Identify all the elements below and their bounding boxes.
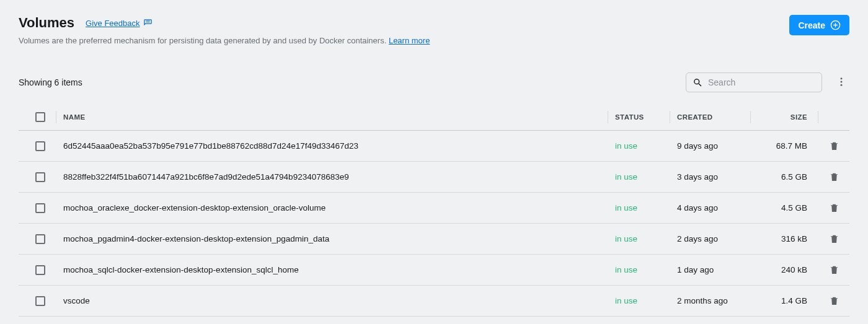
volumes-table: NAME STATUS CREATED SIZE 6d52445aaa0ea52…	[19, 103, 849, 317]
row-checkbox-cell	[19, 265, 56, 275]
trash-icon	[829, 265, 839, 275]
more-options-button[interactable]	[833, 74, 849, 92]
volume-size: 1.4 GB	[750, 296, 818, 305]
row-checkbox-cell	[19, 296, 56, 306]
item-count: Showing 6 items	[19, 77, 82, 87]
table-row: vscodein use2 months ago1.4 GB	[19, 286, 849, 317]
table-row: 8828ffeb322f4f51ba6071447a921bc6f8e7ad9d…	[19, 162, 849, 193]
toolbar: Showing 6 items	[19, 72, 849, 92]
svg-point-5	[841, 84, 843, 85]
page-title: Volumes	[19, 15, 74, 31]
delete-button[interactable]	[818, 265, 849, 275]
volume-name[interactable]: 8828ffeb322f4f51ba6071447a921bc6f8e7ad9d…	[56, 172, 608, 182]
description-text: Volumes are the preferred mechanism for …	[19, 36, 386, 45]
learn-more-link[interactable]: Learn more	[389, 36, 430, 45]
search-icon	[693, 77, 703, 88]
plus-circle-icon	[830, 20, 841, 30]
select-all-checkbox[interactable]	[35, 112, 45, 122]
volume-name[interactable]: vscode	[56, 296, 608, 305]
row-checkbox[interactable]	[35, 172, 45, 182]
volume-name[interactable]: 6d52445aaa0ea52ba537b95e791e77bd1be88762…	[56, 141, 608, 151]
column-size[interactable]: SIZE	[750, 113, 818, 121]
row-checkbox[interactable]	[35, 234, 45, 244]
volume-status: in use	[608, 172, 670, 182]
column-status[interactable]: STATUS	[608, 113, 670, 121]
page-header: Volumes Give Feedback Volumes are the pr…	[19, 15, 849, 45]
trash-icon	[829, 203, 839, 213]
trash-icon	[829, 172, 839, 182]
volume-status: in use	[608, 234, 670, 243]
row-checkbox[interactable]	[35, 141, 45, 151]
volume-status: in use	[608, 203, 670, 212]
delete-button[interactable]	[818, 203, 849, 213]
volume-created: 2 months ago	[670, 296, 750, 305]
delete-button[interactable]	[818, 141, 849, 151]
volume-status: in use	[608, 265, 670, 274]
row-checkbox-cell	[19, 172, 56, 182]
volume-name[interactable]: mochoa_oraclexe_docker-extension-desktop…	[56, 203, 608, 212]
right-tools	[686, 72, 849, 92]
svg-point-4	[841, 81, 843, 82]
table-body: 6d52445aaa0ea52ba537b95e791e77bd1be88762…	[19, 131, 849, 317]
volume-created: 4 days ago	[670, 203, 750, 212]
table-row: 6d52445aaa0ea52ba537b95e791e77bd1be88762…	[19, 131, 849, 162]
title-block: Volumes Give Feedback Volumes are the pr…	[19, 15, 430, 45]
delete-button[interactable]	[818, 172, 849, 182]
title-line: Volumes Give Feedback	[19, 15, 430, 31]
volume-size: 68.7 MB	[750, 141, 818, 151]
row-checkbox[interactable]	[35, 203, 45, 213]
delete-button[interactable]	[818, 234, 849, 244]
page-description: Volumes are the preferred mechanism for …	[19, 36, 430, 45]
trash-icon	[829, 234, 839, 244]
trash-icon	[829, 296, 839, 306]
volume-created: 1 day ago	[670, 265, 750, 274]
row-checkbox-cell	[19, 234, 56, 244]
feedback-label: Give Feedback	[86, 19, 140, 28]
volume-size: 316 kB	[750, 234, 818, 243]
table-row: mochoa_oraclexe_docker-extension-desktop…	[19, 193, 849, 224]
delete-button[interactable]	[818, 296, 849, 306]
kebab-icon	[836, 76, 847, 87]
give-feedback-link[interactable]: Give Feedback	[86, 19, 152, 28]
row-checkbox[interactable]	[35, 265, 45, 275]
create-label: Create	[798, 20, 825, 30]
table-row: mochoa_sqlcl-docker-extension-desktop-ex…	[19, 255, 849, 286]
volume-status: in use	[608, 296, 670, 305]
row-checkbox-cell	[19, 141, 56, 151]
volume-size: 4.5 GB	[750, 203, 818, 212]
volume-size: 6.5 GB	[750, 172, 818, 182]
volume-created: 9 days ago	[670, 141, 750, 151]
volume-created: 3 days ago	[670, 172, 750, 182]
column-name[interactable]: NAME	[56, 113, 608, 121]
table-header: NAME STATUS CREATED SIZE	[19, 103, 849, 131]
search-input[interactable]	[708, 77, 815, 87]
trash-icon	[829, 141, 839, 151]
table-row: mochoa_pgadmin4-docker-extension-desktop…	[19, 224, 849, 255]
select-all-cell	[19, 112, 56, 122]
column-created[interactable]: CREATED	[670, 113, 750, 121]
row-checkbox[interactable]	[35, 296, 45, 306]
row-checkbox-cell	[19, 203, 56, 213]
create-button[interactable]: Create	[789, 15, 849, 35]
volume-created: 2 days ago	[670, 234, 750, 243]
volume-name[interactable]: mochoa_sqlcl-docker-extension-desktop-ex…	[56, 265, 608, 274]
feedback-icon	[143, 19, 153, 28]
search-field[interactable]	[686, 72, 822, 92]
svg-point-3	[841, 77, 843, 79]
volume-size: 240 kB	[750, 265, 818, 274]
volume-status: in use	[608, 141, 670, 151]
volume-name[interactable]: mochoa_pgadmin4-docker-extension-desktop…	[56, 234, 608, 243]
